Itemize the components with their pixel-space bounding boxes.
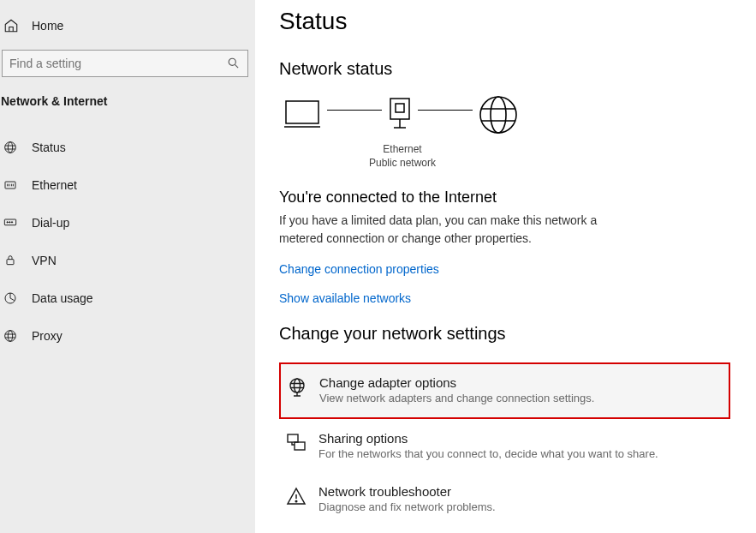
sidebar-item-ethernet[interactable]: Ethernet [0, 166, 255, 204]
svg-point-19 [295, 379, 301, 392]
home-icon [3, 17, 20, 34]
sidebar-item-label: Status [32, 141, 66, 154]
link-show-available-networks[interactable]: Show available networks [279, 291, 730, 305]
sidebar-item-dialup[interactable]: Dial-up [0, 204, 255, 242]
svg-point-22 [295, 500, 297, 502]
diagram-network-type: Public network [279, 156, 526, 170]
svg-rect-20 [288, 434, 298, 442]
adapter-icon [287, 377, 307, 398]
svg-rect-14 [390, 99, 409, 119]
sidebar-item-status[interactable]: Status [0, 129, 255, 166]
search-icon [227, 57, 241, 70]
diagram-caption: Ethernet Public network [279, 142, 526, 170]
proxy-icon [3, 328, 18, 344]
svg-point-3 [8, 142, 12, 153]
sidebar-item-label: Dial-up [32, 216, 69, 230]
option-title: Network troubleshooter [318, 484, 496, 499]
option-title: Sharing options [318, 431, 658, 446]
svg-rect-21 [295, 442, 305, 450]
svg-line-1 [235, 64, 238, 68]
sharing-icon [286, 433, 307, 453]
vpn-icon [3, 253, 18, 268]
change-settings-heading: Change your network settings [279, 324, 730, 344]
svg-point-6 [7, 222, 8, 223]
sidebar-section-title: Network & Internet [0, 94, 255, 129]
sidebar: Home Network & Internet Status Ethernet … [0, 0, 255, 533]
option-change-adapter[interactable]: Change adapter options View network adap… [279, 362, 730, 419]
nav-home[interactable]: Home [0, 17, 255, 50]
connected-title: You're connected to the Internet [279, 189, 730, 207]
main-content: Status Network status Ethernet Public ne… [255, 0, 756, 533]
link-change-connection-properties[interactable]: Change connection properties [279, 262, 730, 276]
svg-point-2 [5, 142, 16, 153]
sidebar-item-label: Data usage [32, 291, 93, 305]
diagram-line [418, 110, 473, 111]
sidebar-item-label: Ethernet [32, 178, 77, 192]
svg-rect-13 [286, 101, 318, 123]
search-input-container[interactable] [2, 50, 248, 77]
ethernet-icon [3, 177, 18, 193]
option-desc: View network adapters and change connect… [319, 392, 594, 404]
diagram-line [327, 110, 382, 111]
option-troubleshooter[interactable]: Network troubleshooter Diagnose and fix … [279, 472, 730, 525]
svg-point-7 [9, 222, 10, 223]
svg-point-8 [11, 222, 12, 223]
diagram-connection-name: Ethernet [279, 142, 526, 156]
option-desc: Diagnose and fix network problems. [318, 500, 496, 513]
page-title: Status [279, 8, 730, 35]
sidebar-item-label: VPN [32, 254, 57, 267]
globe-icon [3, 140, 18, 155]
svg-point-17 [491, 97, 506, 133]
sidebar-item-datausage[interactable]: Data usage [0, 279, 255, 317]
sidebar-item-label: Proxy [32, 329, 63, 343]
option-desc: For the networks that you connect to, de… [318, 447, 658, 460]
svg-rect-4 [5, 182, 15, 189]
connected-description: If you have a limited data plan, you can… [279, 212, 630, 247]
data-usage-icon [3, 290, 18, 306]
globe-large-icon [478, 94, 519, 135]
search-input[interactable] [9, 57, 227, 70]
option-sharing[interactable]: Sharing options For the networks that yo… [279, 419, 730, 472]
svg-point-18 [290, 379, 304, 392]
dialup-icon [3, 215, 18, 231]
sidebar-item-vpn[interactable]: VPN [0, 242, 255, 279]
svg-point-12 [8, 331, 12, 342]
router-icon [387, 97, 413, 133]
svg-point-11 [5, 331, 16, 342]
svg-point-16 [480, 97, 516, 133]
network-diagram [283, 94, 730, 135]
network-status-heading: Network status [279, 59, 730, 79]
sidebar-item-proxy[interactable]: Proxy [0, 317, 255, 355]
svg-rect-9 [7, 260, 14, 265]
option-title: Change adapter options [319, 375, 594, 390]
svg-rect-15 [396, 104, 404, 112]
svg-point-0 [229, 58, 235, 65]
nav-home-label: Home [32, 19, 63, 33]
warning-icon [286, 486, 307, 506]
computer-icon [283, 98, 322, 132]
